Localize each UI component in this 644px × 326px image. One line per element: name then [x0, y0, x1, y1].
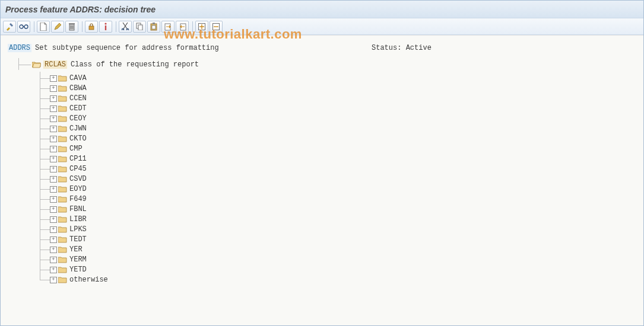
- expand-icon[interactable]: +: [50, 146, 57, 152]
- root-children: RCLAS Class of the requesting report +CA…: [18, 59, 636, 285]
- tree-leaf-row[interactable]: +YER: [40, 245, 636, 255]
- expand-icon[interactable]: +: [50, 206, 57, 213]
- title-bar: Process feature ADDRS: decision tree: [1, 1, 643, 18]
- leaf-label: LPKS: [69, 225, 87, 235]
- leaf-label: CKTO: [69, 134, 87, 144]
- tree-leaf-row[interactable]: +CP45: [40, 164, 636, 174]
- status-line: Status: Active: [372, 44, 432, 52]
- branch-row[interactable]: RCLAS Class of the requesting report: [18, 59, 636, 70]
- folder-closed-icon: [58, 95, 67, 103]
- expand-icon[interactable]: +: [50, 226, 57, 233]
- tree-root-row[interactable]: ADDRS Set subtype sequence for address f…: [8, 44, 636, 52]
- leaf-label: CBWA: [69, 84, 87, 94]
- folder-closed-icon: [58, 216, 67, 223]
- expand-icon[interactable]: +: [50, 277, 57, 283]
- folder-closed-icon: [58, 257, 67, 264]
- tree-connector: [40, 229, 50, 230]
- tree-connector: [40, 209, 50, 210]
- tree-connector: [40, 219, 50, 220]
- leaf-label: YERM: [69, 255, 87, 265]
- pencil-wrench-icon[interactable]: [3, 21, 16, 33]
- tree-leaf-row[interactable]: +otherwise: [40, 275, 636, 285]
- page-icon[interactable]: [37, 21, 50, 33]
- tree-leaf-row[interactable]: +CMP: [40, 144, 636, 154]
- edit-pencil-icon[interactable]: [51, 21, 64, 33]
- tree-leaf-row[interactable]: +FBNL: [40, 204, 636, 215]
- tree-connector: [40, 159, 50, 159]
- expand-icon[interactable]: +: [50, 126, 57, 132]
- tree-leaf-row[interactable]: +CCEN: [40, 94, 636, 104]
- tree-connector: [19, 65, 31, 65]
- cut-icon[interactable]: [119, 21, 132, 33]
- leaf-label: FBNL: [69, 204, 87, 215]
- expand-all-icon[interactable]: [195, 21, 208, 33]
- expand-icon[interactable]: +: [50, 106, 57, 112]
- tree-leaf-row[interactable]: +CEOY: [40, 114, 636, 124]
- leaf-label: EOYD: [69, 184, 87, 194]
- tree-leaf-row[interactable]: +YETD: [40, 265, 636, 275]
- tree-connector: [40, 169, 50, 170]
- folder-closed-icon: [58, 146, 67, 153]
- svg-point-0: [20, 25, 23, 28]
- tree-leaf-row[interactable]: +CEDT: [40, 104, 636, 114]
- expand-icon[interactable]: +: [50, 75, 57, 82]
- clipboard-in-icon[interactable]: [161, 21, 175, 33]
- toolbar-separator: [192, 21, 193, 32]
- tree-leaf-row[interactable]: +EOYD: [40, 184, 636, 194]
- leaf-label: CCEN: [69, 94, 87, 104]
- paste-icon[interactable]: [147, 21, 160, 33]
- leaf-label: CMP: [69, 144, 83, 154]
- expand-icon[interactable]: +: [50, 156, 57, 162]
- tree-leaf-row[interactable]: +CSVD: [40, 174, 636, 184]
- leaf-label: otherwise: [69, 275, 108, 285]
- expand-icon[interactable]: +: [50, 176, 57, 183]
- collapse-all-icon[interactable]: [210, 21, 223, 33]
- tree-leaf-row[interactable]: +CAVA: [40, 73, 636, 84]
- tree-leaf-row[interactable]: +YERM: [40, 255, 636, 265]
- copy-icon[interactable]: [133, 21, 146, 33]
- tree-leaf-row[interactable]: +TEDT: [40, 235, 636, 245]
- expand-icon[interactable]: +: [50, 85, 57, 92]
- expand-icon[interactable]: +: [50, 116, 57, 122]
- tree-leaf-row[interactable]: +CP11: [40, 154, 636, 164]
- tree-connector: [40, 88, 50, 89]
- folder-closed-icon: [58, 277, 67, 284]
- expand-icon[interactable]: +: [50, 216, 57, 223]
- glasses-icon[interactable]: [17, 21, 30, 33]
- info-icon[interactable]: [99, 21, 112, 33]
- folder-closed-icon: [58, 75, 67, 82]
- toolbar-separator: [34, 21, 34, 32]
- tree-leaf-row[interactable]: +LPKS: [40, 225, 636, 235]
- tree-leaf-row[interactable]: +F649: [40, 194, 636, 204]
- expand-icon[interactable]: +: [50, 236, 57, 243]
- root-description: Set subtype sequence for address formatt…: [35, 44, 219, 52]
- tree-leaf-row[interactable]: +CJWN: [40, 124, 636, 134]
- root-code: ADDRS: [8, 44, 31, 52]
- svg-rect-3: [69, 23, 75, 24]
- expand-icon[interactable]: +: [50, 247, 57, 253]
- expand-icon[interactable]: +: [50, 136, 57, 142]
- expand-icon[interactable]: +: [50, 196, 57, 203]
- branch-code: RCLAS: [43, 60, 67, 69]
- clipboard-out-icon[interactable]: [176, 21, 189, 33]
- tree-leaf-row[interactable]: +CKTO: [40, 134, 636, 144]
- expand-icon[interactable]: +: [50, 267, 57, 273]
- tree-connector: [40, 179, 50, 180]
- expand-icon[interactable]: +: [50, 95, 57, 102]
- tree-leaf-row[interactable]: +CBWA: [40, 84, 636, 94]
- expand-icon[interactable]: +: [50, 186, 57, 193]
- tree-connector: [40, 149, 50, 149]
- expand-icon[interactable]: +: [50, 257, 57, 263]
- tree-connector: [40, 129, 50, 129]
- folder-closed-icon: [58, 166, 67, 173]
- lock-icon[interactable]: [85, 21, 98, 33]
- tree-connector: [40, 280, 50, 280]
- folder-closed-icon: [58, 116, 67, 123]
- toolbar-separator: [82, 21, 83, 32]
- branch-children: +CAVA+CBWA+CCEN+CEDT+CEOY+CJWN+CKTO+CMP+…: [40, 73, 636, 285]
- trash-icon[interactable]: [65, 21, 78, 33]
- expand-icon[interactable]: +: [50, 166, 57, 172]
- tree-leaf-row[interactable]: +LIBR: [40, 215, 636, 225]
- leaf-label: CP11: [69, 154, 87, 164]
- leaf-label: CEDT: [69, 104, 87, 114]
